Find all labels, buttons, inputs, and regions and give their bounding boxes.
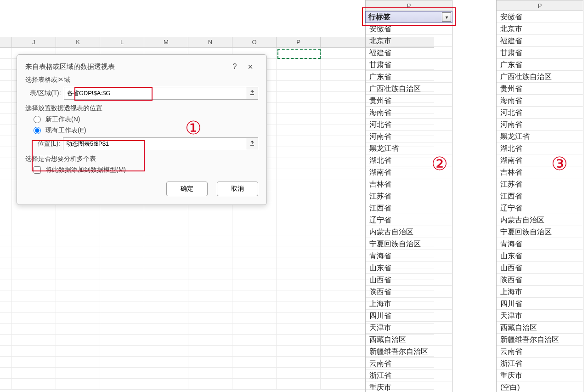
grid-cell[interactable] [0,290,12,301]
grid-cell[interactable] [277,59,321,69]
list-item[interactable]: 河北省 [366,119,452,131]
grid-cell[interactable] [277,324,321,334]
grid-cell[interactable] [0,114,12,125]
list-item[interactable]: 青海省 [497,238,583,250]
grid-cell[interactable] [0,158,12,169]
grid-cell[interactable] [100,346,144,356]
grid-cell[interactable] [12,346,56,356]
grid-cell[interactable] [100,324,144,334]
grid-cell[interactable] [0,125,12,136]
grid-cell[interactable] [0,268,12,279]
grid-cell[interactable] [56,224,100,235]
list-item[interactable]: 吉林省 [497,166,583,178]
grid-cell[interactable] [0,224,12,235]
grid-cell[interactable] [0,279,12,290]
grid-cell[interactable] [277,103,321,114]
list-item[interactable]: 福建省 [497,35,583,47]
data-model-checkbox[interactable] [34,166,41,174]
grid-cell[interactable] [277,158,321,169]
list-item[interactable]: 江西省 [366,202,452,214]
grid-cell[interactable] [188,312,232,323]
grid-cell[interactable] [56,279,100,290]
grid-cell[interactable] [12,224,56,235]
grid-cell[interactable] [12,257,56,268]
grid-cell[interactable] [188,324,232,334]
grid-cell[interactable] [56,346,100,356]
grid-cell[interactable] [277,257,321,268]
grid-cell[interactable] [144,246,188,257]
grid-cell[interactable] [277,147,321,158]
list-item[interactable]: 湖北省 [497,142,583,154]
grid-cell[interactable] [12,246,56,257]
list-item[interactable]: (空白) [497,381,583,392]
grid-cell[interactable] [144,335,188,345]
list-item[interactable]: 上海市 [497,286,583,298]
list-item[interactable]: 新疆维吾尔自治区 [366,346,452,358]
grid-cell[interactable] [144,279,188,290]
list-item[interactable]: 重庆市 [366,381,452,392]
list-item[interactable]: 河北省 [497,107,583,119]
grid-cell[interactable] [0,257,12,268]
grid-cell[interactable] [188,346,232,356]
grid-cell[interactable] [56,312,100,323]
column-header[interactable]: N [188,37,232,47]
grid-cell[interactable] [277,268,321,279]
list-item[interactable]: 湖南省 [497,154,583,166]
grid-cell[interactable] [277,368,321,378]
grid-cell[interactable] [232,246,277,257]
grid-cell[interactable] [277,301,321,312]
grid-cell[interactable] [0,180,12,191]
list-item[interactable]: 山东省 [497,250,583,262]
list-item[interactable]: 天津市 [366,322,452,334]
column-header[interactable]: O [232,37,277,47]
list-item[interactable]: 河南省 [366,131,452,142]
grid-cell[interactable] [144,357,188,367]
list-item[interactable]: 北京市 [366,35,452,47]
grid-cell[interactable] [277,81,321,91]
list-item[interactable]: 黑龙江省 [366,142,452,154]
list-item[interactable]: 浙江省 [497,358,583,369]
grid-cell[interactable] [100,379,144,389]
existing-sheet-radio[interactable] [34,127,41,134]
list-item[interactable]: 甘肃省 [497,47,583,59]
grid-cell[interactable] [56,235,100,246]
grid-cell[interactable] [56,335,100,345]
list-item[interactable]: 海南省 [366,107,452,119]
grid-cell[interactable] [100,246,144,257]
grid-cell[interactable] [277,224,321,235]
grid-cell[interactable] [0,379,12,389]
list-item[interactable]: 江西省 [497,190,583,202]
list-item[interactable]: 湖北省 [366,154,452,166]
grid-cell[interactable] [12,368,56,378]
grid-cell[interactable] [0,191,12,202]
grid-cell[interactable] [188,290,232,301]
grid-cell[interactable] [144,213,188,224]
grid-cell[interactable] [0,48,12,58]
grid-cell[interactable] [0,147,12,158]
location-input[interactable] [63,137,246,150]
table-range-input[interactable] [64,87,246,100]
grid-cell[interactable] [12,324,56,334]
grid-cell[interactable] [100,312,144,323]
grid-cell[interactable] [277,92,321,102]
list-item[interactable]: 陕西省 [366,286,452,298]
list-item[interactable]: 甘肃省 [366,59,452,71]
grid-cell[interactable] [188,213,232,224]
grid-cell[interactable] [0,81,12,91]
list-item[interactable]: 贵州省 [497,83,583,95]
list-item[interactable]: 内蒙古自治区 [366,226,452,238]
grid-cell[interactable] [0,368,12,378]
grid-cell[interactable] [0,301,12,312]
grid-cell[interactable] [56,324,100,334]
grid-cell[interactable] [144,312,188,323]
help-button[interactable]: ? [227,61,243,72]
grid-cell[interactable] [277,70,321,80]
list-item[interactable]: 天津市 [497,310,583,322]
grid-cell[interactable] [277,235,321,246]
grid-cell[interactable] [12,279,56,290]
list-item[interactable]: 广东省 [497,59,583,71]
grid-cell[interactable] [232,268,277,279]
list-item[interactable]: 陕西省 [497,274,583,286]
list-item[interactable]: 福建省 [366,47,452,59]
grid-cell[interactable] [277,191,321,202]
